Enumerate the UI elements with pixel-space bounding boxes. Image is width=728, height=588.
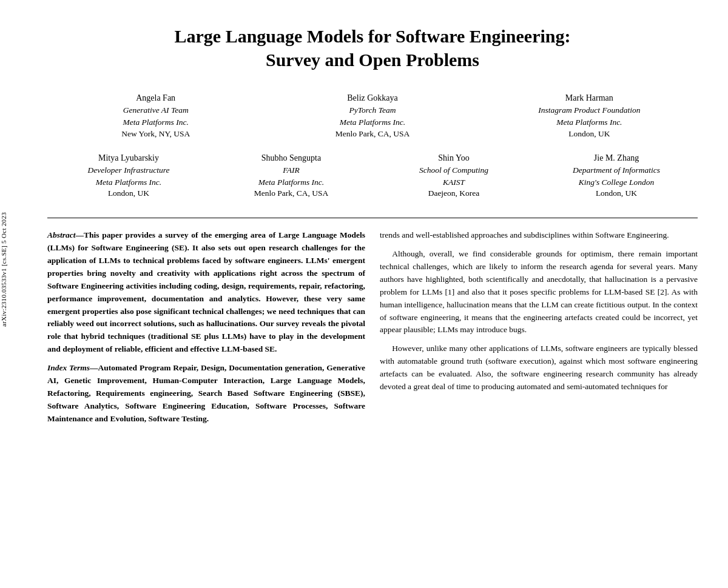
author-jie-zhang: Jie M. Zhang Department of Informatics K… xyxy=(535,153,698,199)
author-affil2: KAIST xyxy=(372,176,535,189)
author-affil2: Meta Platforms Inc. xyxy=(481,116,698,129)
author-location: London, UK xyxy=(481,129,698,139)
index-terms-label: Index Terms xyxy=(47,363,90,372)
author-name: Mitya Lyubarskiy xyxy=(47,153,210,163)
author-name: Jie M. Zhang xyxy=(535,153,698,163)
author-shin-yoo: Shin Yoo School of Computing KAIST Daeje… xyxy=(372,153,535,199)
abstract-paragraph: Abstract—This paper provides a survey of… xyxy=(47,229,365,356)
authors-section: Angela Fan Generative AI Team Meta Platf… xyxy=(47,93,698,198)
abstract-dash: —This paper provides a survey of the eme… xyxy=(47,230,365,353)
author-affil1: Developer Infrastructure xyxy=(47,164,210,176)
author-affil1: Department of Informatics xyxy=(535,164,698,176)
right-column: trends and well-established approaches a… xyxy=(380,229,698,432)
paper-title: Large Language Models for Software Engin… xyxy=(47,24,698,72)
author-beliz-gokkaya: Beliz Gokkaya PyTorch Team Meta Platform… xyxy=(264,93,480,139)
author-angela-fan: Angela Fan Generative AI Team Meta Platf… xyxy=(47,93,264,139)
right-para-1: trends and well-established approaches a… xyxy=(380,229,698,242)
author-shubho: Shubho Sengupta FAIR Meta Platforms Inc.… xyxy=(210,153,372,199)
author-affil2: Meta Platforms Inc. xyxy=(47,176,210,189)
index-terms-paragraph: Index Terms—Automated Program Repair, De… xyxy=(47,362,365,426)
author-affil2: Meta Platforms Inc. xyxy=(47,116,264,129)
author-name: Angela Fan xyxy=(47,93,264,103)
author-name: Shin Yoo xyxy=(372,153,535,163)
author-name: Shubho Sengupta xyxy=(210,153,372,163)
abstract-label: Abstract xyxy=(47,230,76,239)
author-location: Daejeon, Korea xyxy=(372,189,535,198)
authors-row-2: Mitya Lyubarskiy Developer Infrastructur… xyxy=(47,153,698,199)
author-mark-harman: Mark Harman Instagram Product Foundation… xyxy=(481,93,698,139)
authors-row-1: Angela Fan Generative AI Team Meta Platf… xyxy=(47,93,698,139)
author-affil2: Meta Platforms Inc. xyxy=(264,116,480,129)
right-para-3: However, unlike many other applications … xyxy=(380,342,698,393)
author-affil1: Generative AI Team xyxy=(47,104,264,116)
left-column: Abstract—This paper provides a survey of… xyxy=(47,229,365,432)
author-location: Menlo Park, CA, USA xyxy=(264,129,480,139)
author-name: Beliz Gokkaya xyxy=(264,93,480,103)
author-location: Menlo Park, CA, USA xyxy=(210,189,372,198)
section-divider xyxy=(47,218,698,218)
body-columns: Abstract—This paper provides a survey of… xyxy=(47,229,698,432)
author-affil1: FAIR xyxy=(210,164,372,176)
author-affil1: School of Computing xyxy=(372,164,535,176)
author-mitya: Mitya Lyubarskiy Developer Infrastructur… xyxy=(47,153,210,199)
index-terms-dash: —Automated Program Repair, Design, Docum… xyxy=(47,363,365,423)
author-affil2: King's College London xyxy=(535,176,698,189)
author-location: New York, NY, USA xyxy=(47,129,264,139)
author-affil1: Instagram Product Foundation xyxy=(481,104,698,116)
author-affil2: Meta Platforms Inc. xyxy=(210,176,372,189)
author-name: Mark Harman xyxy=(481,93,698,103)
arxiv-label: arXiv:2310.03533v1 [cs.SE] 5 Oct 2023 xyxy=(0,212,10,327)
author-location: London, UK xyxy=(47,189,210,198)
right-para-2: Although, overall, we find considerable … xyxy=(380,248,698,336)
author-location: London, UK xyxy=(535,189,698,198)
author-affil1: PyTorch Team xyxy=(264,104,480,116)
